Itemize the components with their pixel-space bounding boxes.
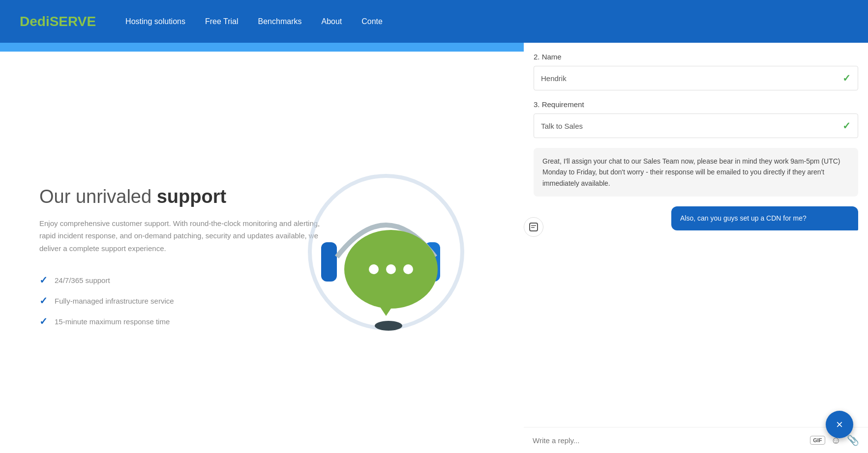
nav-link-contact[interactable]: Conte	[361, 17, 383, 26]
support-description: Enjoy comprehensive customer support. Wi…	[39, 217, 325, 255]
chat-scroll[interactable]: 2. Name ✓ 3. Requirement ✓ Great, I'll a…	[524, 43, 868, 427]
svg-point-8	[375, 321, 402, 331]
support-title: Our unrivaled support	[39, 186, 325, 207]
logo-dedi: Dedi	[20, 14, 50, 29]
chat-name-input[interactable]	[541, 74, 842, 83]
chat-requirement-label: 3. Requirement	[534, 100, 858, 109]
nav-item-contact[interactable]: Conte	[361, 17, 383, 26]
chat-widget: ‹ Dediserve Typically replies in a few m…	[524, 0, 868, 453]
chat-requirement-input-row[interactable]: ✓	[534, 113, 858, 138]
chat-name-label: 2. Name	[534, 53, 858, 61]
svg-point-4	[369, 264, 379, 274]
chat-reply-input[interactable]	[533, 436, 805, 445]
nav-link-free-trial[interactable]: Free Trial	[205, 17, 239, 26]
support-title-bold: support	[157, 186, 226, 207]
headset-illustration	[288, 164, 475, 350]
feature-label-1: 24/7/365 support	[55, 276, 110, 284]
user-message-bubble: Also, can you guys set up a CDN for me?	[671, 206, 858, 230]
nav-links: Hosting solutions Free Trial Benchmarks …	[125, 17, 848, 26]
checkmark-icon-3: ✓	[39, 315, 48, 327]
chat-requirement-section: 3. Requirement ✓	[534, 100, 858, 138]
feature-item-3: ✓ 15-minute maximum response time	[39, 315, 325, 327]
logo-serve: SERVE	[50, 14, 96, 29]
chat-name-input-row[interactable]: ✓	[534, 66, 858, 90]
navbar: DediSERVE Hosting solutions Free Trial B…	[0, 0, 868, 43]
logo[interactable]: DediSERVE	[20, 14, 96, 29]
nav-item-free-trial[interactable]: Free Trial	[205, 17, 239, 26]
svg-marker-7	[376, 301, 396, 316]
support-title-normal: Our unrivaled	[39, 186, 157, 207]
feature-label-3: 15-minute maximum response time	[55, 317, 170, 326]
chat-name-section: 2. Name ✓	[534, 53, 858, 90]
requirement-check-icon: ✓	[842, 120, 851, 132]
nav-item-hosting[interactable]: Hosting solutions	[125, 17, 185, 26]
chat-body: 2. Name ✓ 3. Requirement ✓ Great, I'll a…	[524, 43, 868, 453]
nav-link-about[interactable]: About	[321, 17, 342, 26]
support-section: Our unrivaled support Enjoy comprehensiv…	[39, 186, 325, 328]
nav-item-benchmarks[interactable]: Benchmarks	[258, 17, 302, 26]
nav-link-hosting[interactable]: Hosting solutions	[125, 17, 185, 26]
svg-point-5	[386, 264, 396, 274]
svg-rect-1	[321, 242, 337, 282]
main-content: Our unrivaled support Enjoy comprehensiv…	[0, 52, 524, 453]
checkmark-icon-2: ✓	[39, 295, 48, 307]
attachment-icon[interactable]: 📎	[847, 434, 859, 446]
chat-icon-button[interactable]	[524, 217, 543, 237]
feature-list: ✓ 24/7/365 support ✓ Fully-managed infra…	[39, 274, 325, 327]
svg-point-6	[403, 264, 413, 274]
svg-rect-15	[530, 223, 538, 231]
close-chat-button[interactable]: ×	[826, 411, 853, 438]
chat-requirement-input[interactable]	[541, 122, 842, 130]
feature-item-1: ✓ 24/7/365 support	[39, 274, 325, 286]
checkmark-icon-1: ✓	[39, 274, 48, 286]
feature-item-2: ✓ Fully-managed infrastructure service	[39, 295, 325, 307]
gif-button[interactable]: GIF	[810, 436, 825, 445]
sub-bar	[0, 43, 524, 52]
nav-item-about[interactable]: About	[321, 17, 342, 26]
nav-link-benchmarks[interactable]: Benchmarks	[258, 17, 302, 26]
chat-footer: GIF ☺ 📎	[524, 427, 868, 453]
name-check-icon: ✓	[842, 72, 851, 84]
feature-label-2: Fully-managed infrastructure service	[55, 297, 174, 305]
system-message: Great, I'll assign your chat to our Sale…	[534, 148, 858, 197]
